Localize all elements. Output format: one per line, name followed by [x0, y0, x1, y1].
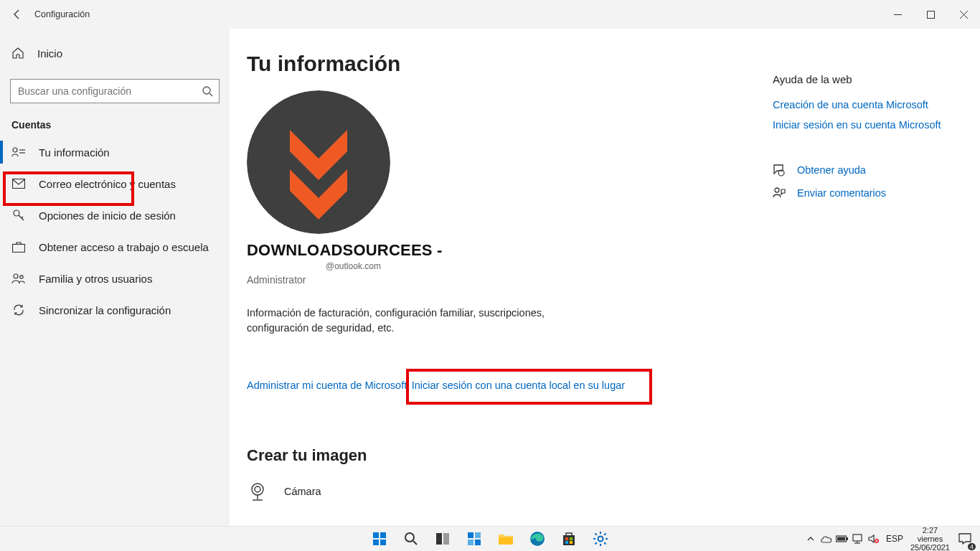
nav-item-label: Opciones de inicio de sesión — [39, 209, 176, 222]
tray-date: 25/06/2021 — [910, 543, 950, 551]
help-link-create-account[interactable]: Creación de una cuenta Microsoft — [773, 98, 963, 113]
minimize-button[interactable] — [881, 0, 914, 29]
svg-line-47 — [595, 534, 597, 535]
svg-point-27 — [405, 533, 414, 542]
svg-rect-40 — [565, 541, 568, 544]
account-name: DOWNLOADSOURCEES - — [247, 241, 773, 260]
svg-line-49 — [604, 534, 606, 535]
window-title: Configuración — [34, 9, 90, 19]
key-icon — [11, 209, 26, 222]
tray-battery-icon[interactable] — [834, 527, 850, 552]
tray-time: 2:27 — [923, 526, 938, 534]
help-chat-icon — [773, 164, 786, 176]
create-image-title: Crear tu imagen — [247, 446, 773, 465]
account-email: @outlook.com — [326, 261, 773, 271]
nav-item-label: Sincronizar la configuración — [39, 304, 171, 316]
nav-item-label: Familia y otros usuarios — [39, 273, 152, 285]
search-input[interactable] — [10, 79, 220, 103]
svg-point-10 — [14, 210, 19, 216]
back-button[interactable] — [0, 0, 34, 29]
local-account-link[interactable]: Iniciar sesión con una cuenta local en s… — [412, 380, 625, 391]
svg-rect-33 — [468, 540, 473, 545]
account-role: Administrator — [247, 274, 773, 286]
nav-your-info[interactable]: Tu información — [0, 136, 230, 168]
svg-point-17 — [252, 484, 263, 495]
svg-point-22 — [775, 188, 779, 192]
edge-button[interactable] — [522, 527, 552, 552]
svg-rect-30 — [443, 533, 449, 545]
svg-rect-39 — [570, 537, 573, 540]
maximize-button[interactable] — [914, 0, 947, 29]
svg-rect-13 — [13, 245, 25, 253]
svg-point-14 — [14, 274, 18, 278]
home-icon — [11, 47, 24, 60]
svg-line-28 — [413, 541, 417, 545]
svg-line-5 — [209, 93, 212, 96]
svg-point-4 — [203, 87, 210, 94]
tray-notifications[interactable]: 4 — [953, 527, 977, 552]
help-link-signin[interactable]: Iniciar sesión en su cuenta Microsoft — [773, 118, 963, 133]
start-button[interactable] — [364, 527, 395, 552]
camera-icon — [247, 481, 268, 502]
svg-rect-23 — [373, 532, 379, 538]
close-button[interactable] — [947, 0, 980, 29]
nav-home-label: Inicio — [37, 47, 62, 60]
manage-account-link[interactable]: Administrar mi cuenta de Microsoft — [247, 380, 407, 391]
svg-rect-37 — [563, 535, 575, 545]
svg-point-42 — [598, 537, 603, 542]
svg-point-15 — [20, 276, 23, 278]
nav-sync-settings[interactable]: Sincronizar la configuración — [0, 294, 230, 326]
sync-icon — [11, 303, 26, 316]
svg-rect-38 — [565, 537, 568, 540]
search-icon — [202, 85, 213, 97]
nav-signin-options[interactable]: Opciones de inicio de sesión — [0, 199, 230, 231]
nav-work-school[interactable]: Obtener acceso a trabajo o escuela — [0, 231, 230, 263]
svg-point-18 — [255, 486, 260, 492]
taskview-button[interactable] — [428, 527, 458, 552]
nav-item-label: Correo electrónico y cuentas — [39, 178, 176, 190]
taskbar: ESP 2:27 viernes 25/06/2021 4 — [0, 526, 980, 551]
settings-app-button[interactable] — [585, 527, 616, 552]
taskbar-search-button[interactable] — [396, 527, 426, 552]
svg-rect-25 — [373, 540, 379, 545]
feedback-link[interactable]: Enviar comentarios — [773, 187, 963, 199]
sidebar-section-title: Cuentas — [0, 103, 230, 136]
svg-rect-31 — [468, 532, 473, 538]
get-help-link[interactable]: Obtener ayuda — [773, 164, 963, 176]
nav-email-accounts[interactable]: Correo electrónico y cuentas — [0, 168, 230, 199]
tray-network-icon[interactable] — [850, 527, 866, 552]
nav-home[interactable]: Inicio — [0, 37, 230, 69]
briefcase-icon — [11, 241, 26, 253]
avatar — [247, 90, 390, 234]
widgets-button[interactable] — [459, 527, 489, 552]
notification-badge: 4 — [968, 543, 976, 550]
account-description: Información de facturación, configuració… — [247, 306, 577, 336]
svg-point-6 — [13, 148, 17, 152]
tray-day: viernes — [918, 534, 943, 543]
camera-option[interactable]: Cámara — [247, 481, 773, 502]
get-help-label: Obtener ayuda — [797, 164, 866, 176]
titlebar: Configuración — [0, 0, 980, 29]
annotation-highlight: Iniciar sesión con una cuenta local en s… — [406, 369, 652, 405]
tray-language[interactable]: ESP — [882, 534, 908, 544]
mail-icon — [11, 179, 26, 189]
svg-rect-53 — [837, 537, 845, 541]
nav-family-users[interactable]: Familia y otros usuarios — [0, 263, 230, 294]
svg-line-11 — [19, 215, 24, 220]
feedback-label: Enviar comentarios — [797, 187, 886, 199]
file-explorer-button[interactable] — [491, 527, 521, 552]
svg-line-12 — [22, 217, 23, 218]
camera-label: Cámara — [284, 486, 321, 497]
tray-clock[interactable]: 2:27 viernes 25/06/2021 — [908, 526, 953, 551]
tray-chevron-icon[interactable] — [803, 527, 819, 552]
svg-rect-29 — [436, 533, 442, 545]
svg-rect-1 — [927, 11, 934, 18]
svg-line-50 — [595, 542, 597, 544]
sidebar: Inicio Cuentas Tu información — [0, 29, 230, 526]
search-field[interactable] — [18, 85, 202, 97]
tray-volume-icon[interactable] — [866, 527, 882, 552]
store-button[interactable] — [554, 527, 584, 552]
tray-onedrive-icon[interactable] — [819, 527, 834, 552]
svg-rect-35 — [499, 537, 513, 545]
svg-rect-52 — [847, 537, 848, 540]
